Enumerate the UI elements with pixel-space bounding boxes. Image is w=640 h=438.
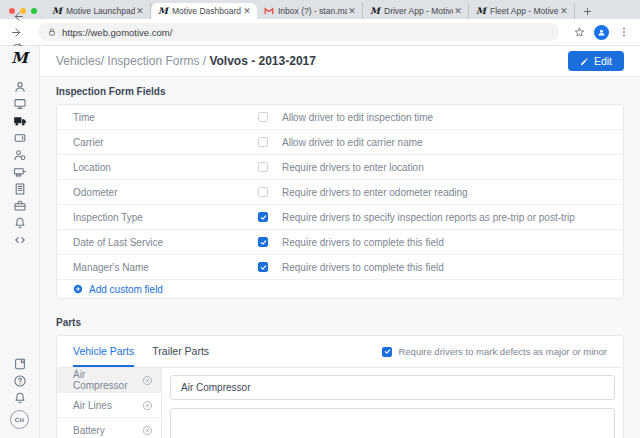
field-label: Manager's Name (73, 262, 258, 273)
tab-close-icon[interactable]: ✕ (242, 6, 252, 16)
toolbox-icon[interactable] (13, 199, 27, 213)
part-name: Air Compressor (73, 369, 142, 391)
address-bar[interactable]: https://web.gomotive.com/ (38, 23, 559, 41)
field-checkbox[interactable] (258, 137, 268, 147)
tab-close-icon[interactable]: ✕ (453, 6, 463, 16)
field-label: Date of Last Service (73, 237, 258, 248)
facilities-icon[interactable] (13, 182, 27, 196)
profile-avatar[interactable] (594, 25, 609, 40)
part-list-item[interactable]: Air Lines (57, 393, 161, 418)
form-field-row: LocationRequire drivers to enter locatio… (57, 155, 623, 180)
part-list-item[interactable]: Battery (57, 418, 161, 438)
browser-tab[interactable]: MMotive Dashboard✕ (151, 3, 257, 19)
url-text: https://web.gomotive.com/ (62, 27, 172, 38)
tab-close-icon[interactable]: ✕ (347, 6, 357, 16)
forward-icon[interactable] (9, 24, 25, 40)
form-field-row: TimeAllow driver to edit inspection time (57, 105, 623, 130)
updates-icon[interactable] (13, 357, 27, 371)
part-notes-textarea[interactable] (170, 408, 615, 438)
tab-close-icon[interactable]: ✕ (559, 6, 569, 16)
inspection-form-fields-card: TimeAllow driver to edit inspection time… (56, 104, 624, 299)
field-description: Require drivers to specify inspection re… (282, 212, 575, 223)
remove-part-icon[interactable] (142, 425, 153, 436)
field-description: Allow driver to edit inspection time (282, 112, 433, 123)
new-tab-button[interactable] (579, 3, 595, 19)
browser-tab[interactable]: MMotive Launchpad✕ (45, 3, 151, 19)
admin-icon[interactable] (13, 148, 27, 162)
parts-tab-vehicle-parts[interactable]: Vehicle Parts (73, 336, 134, 367)
plus-circle-icon (73, 284, 83, 294)
tab-title: Inbox (?) - stan.marshall@trucki (278, 6, 347, 16)
page-header: Vehicles/ Inspection Forms / Volvos - 20… (40, 46, 640, 77)
back-icon[interactable] (9, 8, 25, 24)
browser-window: MMotive Launchpad✕MMotive Dashboard✕Inbo… (0, 0, 640, 46)
dashboard-icon[interactable] (13, 97, 27, 111)
user-avatar[interactable]: CH (10, 410, 29, 429)
field-label: Odometer (73, 187, 258, 198)
tab-close-icon[interactable]: ✕ (135, 6, 145, 16)
tab-title: Motive Dashboard (172, 6, 242, 16)
section-title-inspection-form-fields: Inspection Form Fields (56, 86, 624, 97)
part-list-item[interactable]: Air Compressor (57, 368, 161, 393)
part-name-input[interactable] (170, 375, 615, 400)
add-custom-field-button[interactable]: Add custom field (57, 280, 623, 298)
notifications-icon[interactable] (13, 391, 27, 405)
defects-checkbox-group: Require drivers to mark defects as major… (382, 336, 607, 367)
field-label: Time (73, 112, 258, 123)
defects-checkbox[interactable] (382, 347, 392, 357)
defects-checkbox-label: Require drivers to mark defects as major… (398, 346, 607, 357)
field-checkbox[interactable] (258, 237, 268, 247)
tab-strip: MMotive Launchpad✕MMotive Dashboard✕Inbo… (0, 0, 640, 19)
field-description: Require drivers to enter odometer readin… (282, 187, 468, 198)
app-sidebar: M CH (0, 46, 40, 438)
star-icon[interactable] (572, 25, 587, 40)
field-description: Require drivers to complete this field (282, 262, 444, 273)
form-field-row: CarrierAllow driver to edit carrier name (57, 130, 623, 155)
field-checkbox[interactable] (258, 162, 268, 172)
edit-button[interactable]: Edit (568, 51, 624, 71)
field-checkbox[interactable] (258, 112, 268, 122)
parts-list: Air CompressorAir LinesBattery (57, 368, 162, 438)
breadcrumb-prefix[interactable]: Vehicles/ Inspection Forms / (56, 54, 209, 68)
browser-toolbar: https://web.gomotive.com/ (0, 19, 640, 46)
field-description: Require drivers to enter location (282, 162, 424, 173)
parts-body: Air CompressorAir LinesBattery (57, 368, 623, 438)
tab-title: Motive Launchpad (66, 6, 135, 16)
field-description: Allow driver to edit carrier name (282, 137, 423, 148)
browser-tab[interactable]: MFleet App - Motive✕ (469, 3, 575, 19)
field-checkbox[interactable] (258, 212, 268, 222)
trailers-icon[interactable] (13, 165, 27, 179)
pencil-icon (580, 57, 589, 66)
browser-tabs: MMotive Launchpad✕MMotive Dashboard✕Inbo… (45, 0, 575, 19)
field-checkbox[interactable] (258, 262, 268, 272)
part-name: Battery (73, 425, 105, 436)
breadcrumb-current: Volvos - 2013-2017 (209, 54, 316, 68)
field-label: Location (73, 162, 258, 173)
browser-tab[interactable]: Inbox (?) - stan.marshall@trucki✕ (257, 3, 363, 19)
vehicles-icon[interactable] (13, 114, 27, 128)
remove-part-icon[interactable] (142, 375, 153, 386)
section-title-parts: Parts (56, 317, 624, 328)
alerts-icon[interactable] (13, 216, 27, 230)
field-description: Require drivers to complete this field (282, 237, 444, 248)
breadcrumb: Vehicles/ Inspection Forms / Volvos - 20… (56, 54, 316, 68)
parts-tab-trailer-parts[interactable]: Trailer Parts (152, 336, 209, 367)
form-field-row: Manager's NameRequire drivers to complet… (57, 255, 623, 280)
kebab-menu-icon[interactable] (616, 25, 631, 40)
form-field-row: Date of Last ServiceRequire drivers to c… (57, 230, 623, 255)
gmail-favicon (264, 6, 274, 16)
field-label: Carrier (73, 137, 258, 148)
part-detail-panel (162, 368, 623, 438)
lock-icon (47, 27, 57, 37)
parts-card: Vehicle PartsTrailer Parts Require drive… (56, 335, 624, 438)
field-label: Inspection Type (73, 212, 258, 223)
remove-part-icon[interactable] (142, 400, 153, 411)
browser-tab[interactable]: MDriver App - Motive✕ (363, 3, 469, 19)
help-icon[interactable] (13, 374, 27, 388)
tab-title: Driver App - Motive (384, 6, 453, 16)
tab-title: Fleet App - Motive (490, 6, 559, 16)
devices-icon[interactable] (13, 131, 27, 145)
drivers-icon[interactable] (13, 80, 27, 94)
developer-icon[interactable] (13, 233, 27, 247)
field-checkbox[interactable] (258, 187, 268, 197)
